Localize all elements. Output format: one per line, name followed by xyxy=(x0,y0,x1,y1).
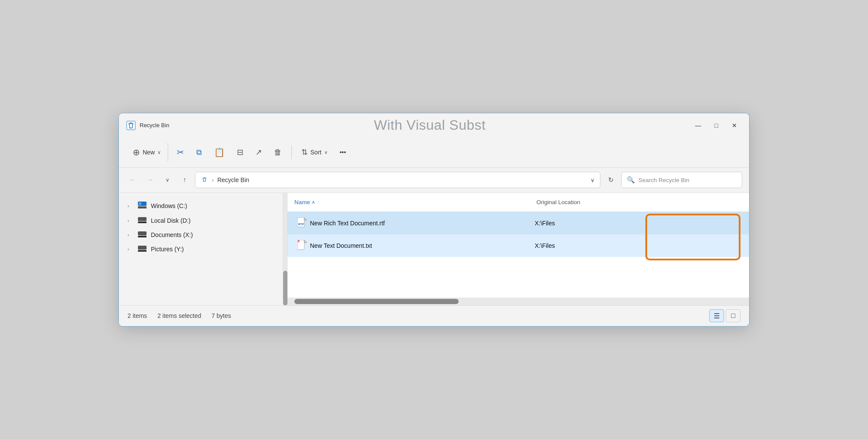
toolbar-divider xyxy=(291,145,292,159)
items-count: 2 items xyxy=(128,312,147,319)
svg-rect-4 xyxy=(138,217,147,221)
history-button[interactable]: ∨ xyxy=(160,173,174,187)
column-headers: Name ∧ Original Location xyxy=(287,193,749,212)
file-name: New Rich Text Document.rtf xyxy=(310,220,535,227)
tiles-view-icon: □ xyxy=(731,312,735,320)
file-rows-wrapper: RTF New Rich Text Document.rtf X:\Files xyxy=(287,212,749,305)
maximize-button[interactable]: □ xyxy=(708,120,724,131)
tiles-view-button[interactable]: □ xyxy=(726,309,740,322)
refresh-button[interactable]: ↻ xyxy=(604,173,618,187)
file-name: New Text Document.txt xyxy=(310,242,535,249)
drive-icon-c xyxy=(138,202,147,210)
sort-arrow-icon: ∧ xyxy=(312,199,315,205)
rename-icon: ⊟ xyxy=(237,147,243,157)
svg-rect-9 xyxy=(138,250,147,252)
trash-icon: 🗑 xyxy=(274,148,282,157)
sidebar-item-pictures-y[interactable]: › Pictures (Y:) xyxy=(121,242,281,256)
sidebar-label-local-d: Local Disk (D:) xyxy=(151,217,191,224)
chevron-right-icon: › xyxy=(128,203,134,208)
share-button[interactable]: ↗ xyxy=(250,143,267,162)
chevron-right-icon: › xyxy=(128,247,134,252)
plus-icon: ⊕ xyxy=(133,147,140,157)
rtf-file-icon: RTF xyxy=(294,218,310,229)
titlebar: Recycle Bin With Visual Subst — □ ✕ xyxy=(119,113,749,138)
sort-button[interactable]: ⇅ Sort ∨ xyxy=(296,143,333,162)
sidebar-item-windows-c[interactable]: › Windows (C:) xyxy=(121,198,281,214)
addressbar-chevron-icon: ∨ xyxy=(590,177,595,183)
paste-button[interactable]: 📋 xyxy=(209,143,230,162)
up-button[interactable]: ↑ xyxy=(178,173,191,187)
sidebar-label-pictures-y: Pictures (Y:) xyxy=(151,246,184,253)
vertical-scrollbar[interactable] xyxy=(283,193,287,305)
search-icon: 🔍 xyxy=(627,176,635,184)
cut-button[interactable]: ✂ xyxy=(172,143,189,162)
more-icon: ••• xyxy=(340,149,346,156)
table-row[interactable]: txt New Text Document.txt X:\Files xyxy=(287,234,749,257)
list-view-icon: ☰ xyxy=(714,312,720,320)
back-button[interactable]: ← xyxy=(126,173,140,187)
file-orig-loc: X:\Files xyxy=(535,242,621,249)
up-icon: ↑ xyxy=(183,176,186,184)
horizontal-scrollbar[interactable] xyxy=(287,298,749,305)
h-scroll-container xyxy=(287,298,749,305)
view-controls: ☰ □ xyxy=(709,309,740,322)
minimize-button[interactable]: — xyxy=(690,120,706,131)
svg-rect-7 xyxy=(138,236,147,237)
items-selected: 2 items selected xyxy=(157,312,201,319)
path-label: Recycle Bin xyxy=(217,176,587,183)
share-icon: ↗ xyxy=(255,147,262,157)
svg-rect-3 xyxy=(139,202,141,205)
scissors-icon: ✂ xyxy=(177,147,184,157)
file-orig-loc: X:\Files xyxy=(535,220,621,227)
filelist-area: Name ∧ Original Location xyxy=(287,193,749,305)
forward-icon: → xyxy=(147,176,153,184)
chevron-right-icon: › xyxy=(128,232,134,237)
svg-text:RTF: RTF xyxy=(298,223,304,226)
drive-icon-x xyxy=(138,231,147,239)
svg-rect-6 xyxy=(138,231,147,235)
copy-button[interactable]: ⧉ xyxy=(191,143,207,162)
statusbar: 2 items 2 items selected 7 bytes ☰ □ xyxy=(119,305,749,326)
svg-text:txt: txt xyxy=(298,240,301,243)
refresh-icon: ↻ xyxy=(608,176,614,184)
sort-label: Sort xyxy=(310,149,322,156)
col-name-label: Name xyxy=(294,199,310,205)
delete-button[interactable]: 🗑 xyxy=(269,143,287,162)
h-scrollbar-thumb[interactable] xyxy=(294,299,459,304)
scrollbar-thumb[interactable] xyxy=(283,271,287,305)
path-separator: › xyxy=(212,176,214,183)
file-size: 7 bytes xyxy=(211,312,231,319)
txt-file-icon: txt xyxy=(294,240,310,251)
window-subtitle: With Visual Subst xyxy=(169,117,690,133)
sort-icon: ⇅ xyxy=(301,147,308,157)
addressbar-row: ← → ∨ ↑ › Recycle Bin ∨ ↻ xyxy=(119,168,749,193)
searchbar[interactable]: 🔍 Search Recycle Bin xyxy=(621,172,742,188)
sidebar-item-documents-x[interactable]: › Documents (X:) xyxy=(121,228,281,242)
addressbar[interactable]: › Recycle Bin ∨ xyxy=(195,172,600,188)
recycle-bin-icon xyxy=(126,120,136,131)
svg-rect-0 xyxy=(127,121,135,130)
search-placeholder: Search Recycle Bin xyxy=(638,177,689,183)
forward-button[interactable]: → xyxy=(143,173,157,187)
sidebar-item-local-d[interactable]: › Local Disk (D:) xyxy=(121,214,281,228)
app-title: Recycle Bin xyxy=(140,122,169,128)
col-orig-loc-header: Original Location xyxy=(536,199,742,205)
drive-icon-d xyxy=(138,217,147,224)
copy-icon: ⧉ xyxy=(196,148,202,157)
sidebar-label-windows-c: Windows (C:) xyxy=(151,202,187,209)
close-button[interactable]: ✕ xyxy=(727,120,742,131)
new-button[interactable]: ⊕ New ∨ xyxy=(128,143,168,162)
window: Recycle Bin With Visual Subst — □ ✕ ⊕ Ne… xyxy=(118,113,750,327)
col-orig-loc-label: Original Location xyxy=(536,199,580,205)
table-row[interactable]: RTF New Rich Text Document.rtf X:\Files xyxy=(287,212,749,234)
new-chevron-icon: ∨ xyxy=(157,150,161,155)
paste-icon: 📋 xyxy=(214,147,225,157)
list-view-button[interactable]: ☰ xyxy=(709,309,724,322)
rename-button[interactable]: ⊟ xyxy=(232,143,249,162)
col-name-header[interactable]: Name ∧ xyxy=(294,199,536,205)
addressbar-recycle-icon xyxy=(201,176,208,185)
chevron-down-icon: ∨ xyxy=(166,177,169,183)
chevron-right-icon: › xyxy=(128,218,134,223)
more-button[interactable]: ••• xyxy=(335,143,351,162)
svg-rect-8 xyxy=(138,246,147,250)
